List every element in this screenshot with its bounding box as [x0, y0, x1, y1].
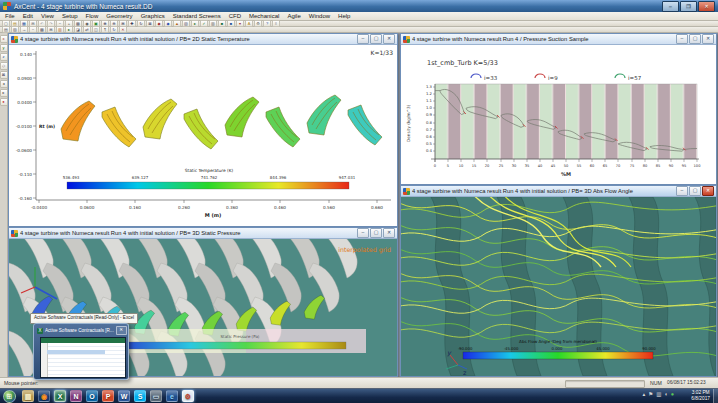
menu-edit[interactable]: Edit [23, 13, 33, 19]
colormap-icon[interactable]: ▥ [56, 26, 64, 33]
taskbar-skype-icon[interactable]: S [134, 390, 146, 402]
window-titlebar[interactable]: 4 stage turbine with Numeca result Run 4… [401, 34, 716, 45]
preview-close-button[interactable]: ✕ [116, 326, 127, 335]
taskbar-powerpoint-icon[interactable]: P [102, 390, 114, 402]
menu-view[interactable]: View [41, 13, 54, 19]
menu-standard-screens[interactable]: Standard Screens [173, 13, 221, 19]
excel-preview-popup[interactable]: X Active Software Contractuals [R... ✕ [33, 323, 129, 380]
close-button[interactable]: ✕ [702, 34, 714, 44]
vector-plot-icon[interactable]: → [20, 26, 28, 33]
minimize-button[interactable]: – [676, 186, 688, 196]
excel-thumbnail[interactable] [40, 337, 126, 378]
report-icon[interactable]: ▥ [209, 20, 217, 27]
tray-show-hidden-icon[interactable]: ▴ [642, 392, 645, 398]
settings-icon[interactable]: ⚙ [254, 20, 262, 27]
menu-file[interactable]: File [5, 13, 15, 19]
rotate-view-icon[interactable]: ↻ [137, 20, 145, 27]
fit-all-icon[interactable]: ⊠ [0, 71, 8, 79]
window-title: 4 stage turbine with Numeca result Run 4… [20, 36, 355, 42]
previous-view-icon[interactable]: ◂ [0, 80, 8, 88]
minimize-button[interactable]: – [357, 228, 369, 238]
notes-icon[interactable]: ¶ [101, 26, 109, 33]
geometry-mode-icon[interactable]: ◆ [155, 20, 163, 27]
temperature-plot: K=1/33 0.140 0.0900 0.0400 -0.0100 -0.06… [9, 45, 397, 226]
taskbar-onenote-icon[interactable]: N [70, 390, 82, 402]
tray-sync-green-icon[interactable]: ● [671, 392, 674, 398]
menu-window[interactable]: Window [309, 13, 330, 19]
taskbar-axcent-icon[interactable]: ⚙ [182, 390, 194, 402]
surface-plot-icon[interactable]: ▩ [38, 26, 46, 33]
view-x-icon[interactable]: x [0, 35, 8, 43]
tray-volume-icon[interactable]: ◖ [664, 392, 667, 398]
app-titlebar[interactable]: AxCent - 4 stage turbine with Numeca res… [0, 0, 718, 12]
tray-network-icon[interactable]: ▥ [656, 392, 661, 398]
maximize-button[interactable]: ▢ [689, 186, 701, 196]
close-all-icon[interactable]: ✕ [119, 26, 127, 33]
taskbar-internet-explorer-icon[interactable]: e [166, 390, 178, 402]
contour-plot-icon[interactable]: ▨ [11, 26, 19, 33]
blade-design-icon[interactable]: ▲ [173, 20, 181, 27]
run-solver-icon[interactable]: ▸ [191, 20, 199, 27]
taskbar-outlook-icon[interactable]: O [86, 390, 98, 402]
close-button[interactable]: ✕ [383, 228, 395, 238]
menu-mechanical[interactable]: Mechanical [249, 13, 279, 19]
check-convergence-icon[interactable]: ✓ [200, 20, 208, 27]
iso-view-icon[interactable]: ◇ [0, 62, 8, 70]
tray-flag-icon[interactable]: ⚑ [648, 392, 653, 398]
taskbar-word-icon[interactable]: W [118, 390, 130, 402]
taskbar-clock[interactable]: 3:02 PM 6/8/2017 [691, 390, 710, 402]
status-mouse-pointer: Mouse pointer: [4, 380, 38, 386]
help-icon[interactable]: ? [263, 20, 271, 27]
marker-icon[interactable]: ● [0, 98, 8, 106]
section-cut-icon[interactable]: ◪ [74, 26, 82, 33]
svg-text:45: 45 [551, 164, 556, 168]
maximize-button[interactable]: ▢ [689, 34, 701, 44]
streamline-plot-icon[interactable]: ~ [29, 26, 37, 33]
start-button[interactable]: ⊞ [3, 390, 16, 403]
view-z-icon[interactable]: z [0, 53, 8, 61]
svg-text:30: 30 [512, 164, 517, 168]
window-titlebar[interactable]: 4 stage turbine with Numeca result Run 4… [9, 228, 397, 239]
refresh-icon[interactable]: ↻ [110, 26, 118, 33]
maximize-button[interactable]: ▢ [370, 228, 382, 238]
plot-templates-icon[interactable]: ▤ [2, 26, 10, 33]
menu-cfd[interactable]: CFD [229, 13, 241, 19]
menu-flow[interactable]: Flow [86, 13, 99, 19]
excel-selected-row [47, 350, 105, 354]
annotate-icon[interactable]: A [245, 20, 253, 27]
minimize-button[interactable]: – [357, 34, 369, 44]
layout-icon[interactable]: ◫ [92, 26, 100, 33]
app-close-button[interactable]: ✕ [698, 1, 715, 12]
next-view-icon[interactable]: ▸ [0, 89, 8, 97]
taskbar-excel-icon[interactable]: X [54, 390, 66, 402]
probe-icon[interactable]: ▾ [236, 20, 244, 27]
taskbar-network-share-icon[interactable]: ▭ [150, 390, 162, 402]
pan-icon[interactable]: ✚ [128, 20, 136, 27]
menu-setup[interactable]: Setup [62, 13, 78, 19]
window-titlebar[interactable]: 4 stage turbine with Numeca result Run 4… [9, 34, 397, 45]
taskbar-firefox-icon[interactable]: ◉ [38, 390, 50, 402]
mesh-view-icon[interactable]: ▧ [182, 20, 190, 27]
fit-view-icon[interactable]: ⊠ [146, 20, 154, 27]
export-excel-icon[interactable]: ■ [218, 20, 226, 27]
flow-mode-icon[interactable]: ◆ [164, 20, 172, 27]
view-y-icon[interactable]: y [0, 44, 8, 52]
close-button[interactable]: ✕ [383, 34, 395, 44]
show-desktop-button[interactable] [713, 389, 718, 403]
taskbar-explorer-icon[interactable]: ▤ [22, 390, 34, 402]
minimize-button[interactable]: – [676, 34, 688, 44]
animate-icon[interactable]: ▸ [65, 26, 73, 33]
close-button[interactable]: ✕ [702, 186, 714, 196]
export-word-icon[interactable]: ■ [227, 20, 235, 27]
window-titlebar[interactable]: 4 stage turbine with Numeca result Run 4… [401, 186, 716, 197]
maximize-button[interactable]: ▢ [370, 34, 382, 44]
menu-help[interactable]: Help [338, 13, 350, 19]
app-minimize-button[interactable]: – [662, 1, 679, 12]
app-info-icon[interactable]: ≡ [272, 20, 280, 27]
menu-geometry[interactable]: Geometry [106, 13, 132, 19]
compare-icon[interactable]: ⇄ [83, 26, 91, 33]
grid-toggle-icon[interactable]: ⊞ [47, 26, 55, 33]
menu-graphics[interactable]: Graphics [141, 13, 165, 19]
menu-agile[interactable]: Agile [287, 13, 300, 19]
app-restore-button[interactable]: ❐ [680, 1, 697, 12]
